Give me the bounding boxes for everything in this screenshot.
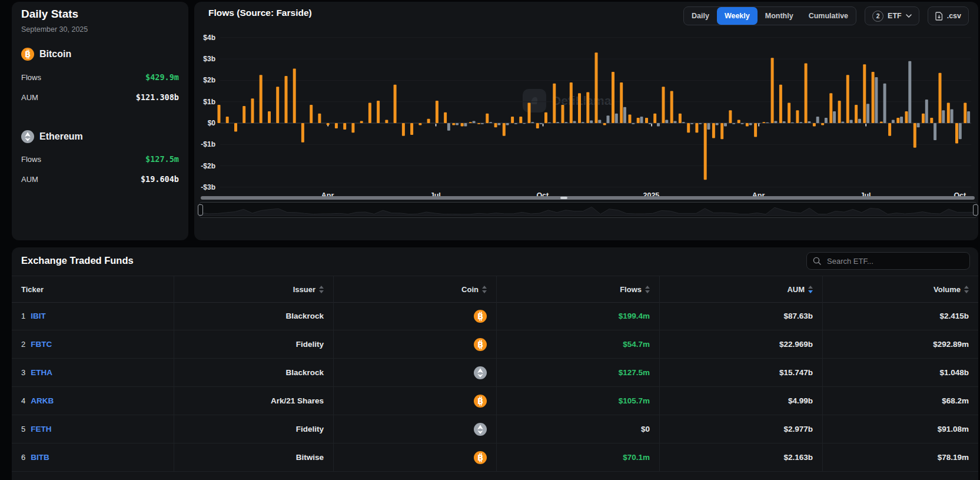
brush-handle-right[interactable] (973, 204, 978, 216)
ticker-cell: 6BITB (12, 443, 174, 471)
volume-cell: $1.048b (822, 359, 978, 386)
table-header-row: TickerIssuerCoinFlowsAUMVolume (12, 276, 978, 303)
ticker-link[interactable]: ARKB (31, 396, 54, 405)
flows-cell: $127.5m (496, 359, 659, 386)
rank: 3 (21, 368, 25, 377)
ticker-cell: 4ARKB (12, 387, 174, 415)
chart-title: Flows (Source: Farside) (208, 8, 312, 18)
bitcoin-icon: B (21, 48, 34, 61)
bitcoin-icon: B (474, 451, 487, 464)
ticker-cell: 1IBIT (12, 302, 174, 330)
column-header-flows[interactable]: Flows (496, 276, 659, 302)
etf-row-ibit: 1IBITBlackrockB$199.4m$87.63b$2.415b (12, 302, 978, 330)
coin-cell: B (333, 387, 496, 415)
column-header-issuer[interactable]: Issuer (174, 276, 333, 302)
ethereum-flows-row: Flows $127.5m (21, 154, 179, 164)
scrollbar-drag-marker[interactable] (560, 197, 567, 199)
svg-text:B: B (477, 453, 483, 462)
search-input[interactable] (826, 256, 964, 266)
chart-brush-minimap[interactable] (200, 202, 976, 218)
bitcoin-icon: B (474, 338, 487, 351)
bitcoin-icon: B (474, 395, 487, 408)
aum-cell: $2.977b (659, 415, 822, 443)
svg-text:-$2b: -$2b (201, 162, 215, 170)
ticker-link[interactable]: FBTC (31, 340, 52, 349)
coin-cell: B (333, 443, 496, 471)
bitcoin-flows-label: Flows (21, 73, 41, 82)
etf-row-feth: 5FETHFidelity$0$2.977b$91.08m (12, 415, 978, 443)
issuer-cell: Blackrock (174, 359, 333, 386)
column-header-coin[interactable]: Coin (333, 276, 496, 302)
daily-stats-card: Daily Stats September 30, 2025 B Bitcoin… (12, 2, 188, 240)
rank: 5 (21, 425, 25, 433)
etf-selector-label: ETF (888, 12, 902, 20)
ticker-link[interactable]: FETH (31, 425, 51, 433)
ethereum-flows-label: Flows (21, 155, 41, 164)
ticker-link[interactable]: ETHA (31, 368, 52, 377)
search-icon (813, 257, 821, 265)
tab-cumulative[interactable]: Cumulative (801, 7, 856, 25)
volume-cell: $292.89m (822, 330, 978, 358)
etf-table-card: Exchange Traded Funds TickerIssuerCoinFl… (12, 247, 978, 480)
svg-text:B: B (477, 396, 483, 405)
chart-horizontal-scrollbar[interactable] (201, 196, 975, 200)
table-body: 1IBITBlackrockB$199.4m$87.63b$2.415b2FBT… (12, 302, 978, 472)
ethereum-icon (474, 423, 487, 436)
daily-stats-date: September 30, 2025 (21, 25, 88, 34)
etf-row-fbtc: 2FBTCFidelityB$54.7m$22.969b$292.89m (12, 330, 978, 359)
ticker-cell: 5FETH (12, 415, 174, 443)
brush-handle-left[interactable] (198, 204, 203, 216)
column-header-aum[interactable]: AUM (659, 276, 822, 302)
ethereum-aum-row: AUM $19.604b (21, 174, 179, 184)
bitcoin-aum-value: $121.308b (136, 92, 179, 102)
aum-cell: $15.747b (659, 359, 822, 386)
coin-cell: B (333, 302, 496, 330)
csv-button-label: .csv (947, 12, 961, 20)
aum-cell: $2.163b (659, 443, 822, 471)
coin-cell: B (333, 330, 496, 358)
svg-text:$2b: $2b (203, 76, 215, 84)
aum-cell: $87.63b (659, 302, 822, 330)
column-header-volume[interactable]: Volume (822, 276, 978, 302)
svg-text:$1b: $1b (203, 98, 215, 106)
ethereum-section-label: Ethereum (39, 131, 83, 142)
rank: 2 (21, 340, 25, 349)
volume-cell: $68.2m (822, 387, 978, 415)
volume-cell: $78.19m (822, 443, 978, 471)
rank: 1 (21, 312, 25, 320)
flows-cell: $199.4m (496, 302, 659, 330)
bitcoin-aum-label: AUM (21, 93, 38, 102)
etf-selector-button[interactable]: 2 ETF (865, 6, 919, 25)
coin-cell (333, 359, 496, 386)
svg-text:B: B (25, 50, 31, 59)
svg-text:$0: $0 (208, 119, 216, 127)
aum-cell: $22.969b (659, 330, 822, 358)
ticker-link[interactable]: BITB (31, 453, 49, 462)
svg-text:-$1b: -$1b (201, 140, 215, 148)
bitcoin-flows-row: Flows $429.9m (21, 72, 179, 82)
issuer-cell: Fidelity (174, 415, 333, 443)
bitcoin-icon: B (474, 310, 487, 323)
download-csv-button[interactable]: .csv (928, 6, 969, 25)
etf-row-etha: 3ETHABlackrock$127.5m$15.747b$1.048b (12, 359, 978, 387)
svg-text:B: B (477, 340, 483, 349)
flows-cell: $0 (496, 415, 659, 443)
ethereum-icon (474, 366, 487, 379)
bitcoin-aum-row: AUM $121.308b (21, 92, 179, 102)
ethereum-flows-value: $127.5m (145, 154, 179, 164)
ticker-cell: 2FBTC (12, 330, 174, 358)
flows-cell: $54.7m (496, 330, 659, 358)
ticker-cell: 3ETHA (12, 359, 174, 386)
tab-daily[interactable]: Daily (684, 7, 717, 25)
tab-weekly[interactable]: Weekly (717, 7, 758, 25)
ethereum-icon (21, 130, 34, 143)
ethereum-aum-label: AUM (21, 175, 38, 184)
etf-table-title: Exchange Traded Funds (21, 255, 134, 266)
range-tabs: DailyWeeklyMonthlyCumulative (683, 6, 856, 25)
rank: 6 (21, 453, 25, 462)
tab-monthly[interactable]: Monthly (758, 7, 801, 25)
ethereum-section-header: Ethereum (21, 130, 83, 143)
ticker-link[interactable]: IBIT (31, 312, 46, 320)
svg-text:$3b: $3b (203, 55, 215, 63)
etf-dashboard: Daily Stats September 30, 2025 B Bitcoin… (0, 0, 980, 480)
